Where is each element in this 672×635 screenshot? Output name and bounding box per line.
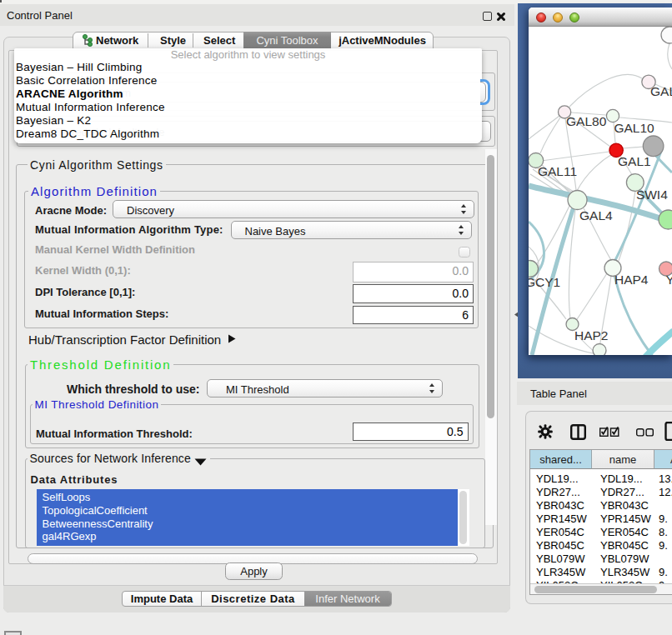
svg-text:GAL10: GAL10 bbox=[614, 121, 654, 135]
svg-text:GAL4: GAL4 bbox=[579, 208, 613, 222]
svg-text:GAL80: GAL80 bbox=[566, 114, 607, 128]
svg-text:SWI4: SWI4 bbox=[636, 188, 668, 202]
svg-text:HAP4: HAP4 bbox=[614, 272, 649, 287]
svg-text:HAP2: HAP2 bbox=[574, 328, 609, 342]
svg-text:GAL11: GAL11 bbox=[538, 164, 577, 178]
svg-text:GCY1: GCY1 bbox=[529, 275, 560, 289]
svg-text:GAL1: GAL1 bbox=[618, 154, 651, 168]
svg-text:GAL: GAL bbox=[650, 84, 672, 98]
svg-text:Y: Y bbox=[666, 272, 672, 287]
